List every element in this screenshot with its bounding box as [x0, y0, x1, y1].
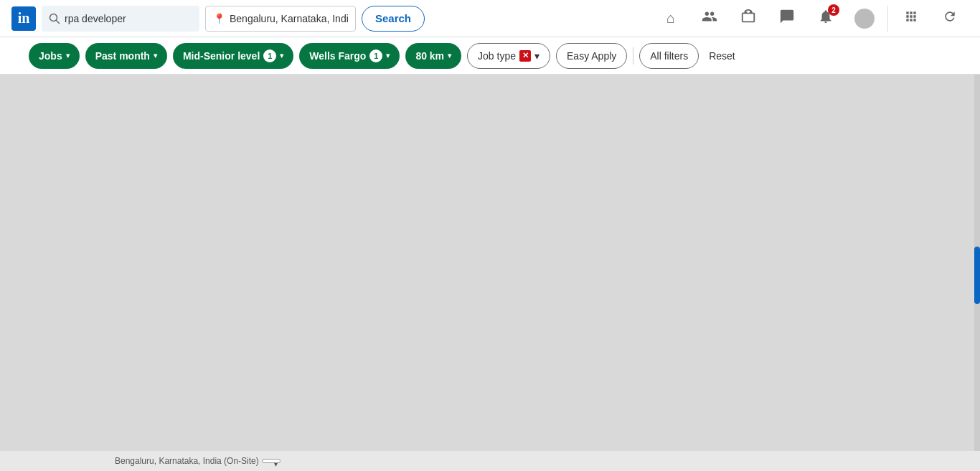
location-pin-icon: 📍 — [213, 13, 225, 24]
nav-icons: ⌂ 2 — [652, 6, 969, 32]
jobs-filter-button[interactable]: Jobs ▾ — [29, 43, 80, 69]
distance-chevron-icon: ▾ — [448, 52, 451, 60]
search-icon — [49, 13, 60, 24]
nav-divider — [887, 6, 888, 32]
past-month-label: Past month — [95, 50, 150, 62]
linkedin-logo[interactable]: in — [11, 6, 36, 31]
experience-filter-button[interactable]: Mid-Senior level 1 ▾ — [173, 43, 293, 69]
all-filters-button[interactable]: All filters — [639, 43, 699, 69]
reset-button[interactable]: Reset — [705, 46, 740, 66]
job-type-x-icon: ✕ — [519, 50, 531, 62]
job-type-label: Job type — [478, 50, 516, 62]
location-input[interactable] — [230, 13, 348, 24]
search-button[interactable]: Search — [362, 6, 425, 32]
jobs-chevron-icon: ▾ — [66, 52, 70, 60]
bell-icon: 2 — [818, 9, 834, 28]
search-box — [42, 6, 199, 32]
nav-me[interactable] — [846, 6, 883, 32]
distance-label: 80 km — [415, 50, 444, 62]
past-month-chevron-icon: ▾ — [154, 52, 157, 60]
nav-messaging[interactable] — [768, 6, 806, 31]
svg-line-1 — [57, 20, 60, 23]
bottom-dropdown[interactable] — [262, 459, 281, 463]
past-month-filter-button[interactable]: Past month ▾ — [85, 43, 167, 69]
wells-fargo-badge: 1 — [369, 49, 382, 62]
filter-divider — [633, 47, 633, 65]
logo-letter: in — [18, 10, 30, 27]
job-type-chevron-icon: ▾ — [534, 50, 540, 62]
mid-senior-label: Mid-Senior level — [183, 50, 260, 62]
nav-jobs[interactable] — [730, 6, 767, 31]
experience-chevron-icon: ▾ — [280, 52, 283, 60]
nav-grid[interactable] — [892, 6, 930, 30]
grid-icon — [904, 9, 918, 27]
main-content: Bengaluru, Karnataka, India (On-Site) — [0, 75, 980, 471]
notifications-badge: 2 — [828, 4, 839, 16]
briefcase-icon — [740, 9, 756, 28]
nav-notifications[interactable]: 2 — [807, 6, 844, 31]
bottom-location-text: Bengaluru, Karnataka, India (On-Site) — [115, 456, 259, 466]
company-filter-button[interactable]: Wells Fargo 1 ▾ — [299, 43, 400, 69]
home-icon: ⌂ — [666, 10, 675, 27]
people-icon — [702, 9, 717, 28]
easy-apply-button[interactable]: Easy Apply — [556, 43, 627, 69]
location-box: 📍 — [205, 6, 356, 32]
mid-senior-badge: 1 — [263, 49, 276, 62]
navbar: in 📍 Search ⌂ — [0, 0, 980, 37]
distance-filter-button[interactable]: 80 km ▾ — [405, 43, 461, 69]
avatar — [854, 9, 875, 29]
refresh-icon — [943, 9, 957, 27]
message-icon — [779, 9, 795, 28]
bottom-strip: Bengaluru, Karnataka, India (On-Site) — [0, 451, 980, 471]
jobs-filter-label: Jobs — [39, 50, 62, 62]
scrollbar[interactable] — [974, 75, 980, 471]
filter-bar: Jobs ▾ Past month ▾ Mid-Senior level 1 ▾… — [0, 37, 980, 75]
nav-refresh[interactable] — [931, 6, 969, 30]
nav-network[interactable] — [691, 6, 728, 31]
wells-fargo-label: Wells Fargo — [309, 50, 366, 62]
search-input[interactable] — [65, 13, 187, 24]
job-type-filter-button[interactable]: Job type ✕ ▾ — [467, 43, 550, 69]
scrollbar-thumb[interactable] — [974, 247, 980, 304]
company-chevron-icon: ▾ — [386, 52, 390, 60]
nav-home[interactable]: ⌂ — [652, 7, 689, 29]
